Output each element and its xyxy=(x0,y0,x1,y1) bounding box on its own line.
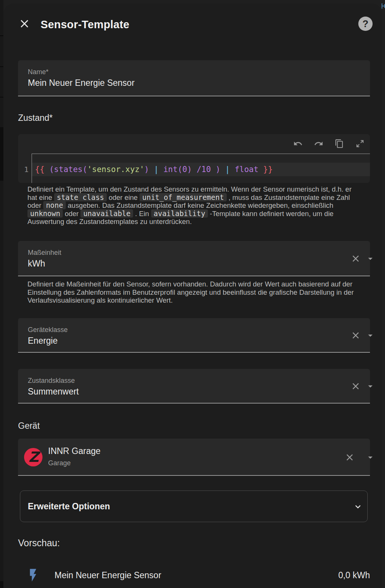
device-field[interactable]: Z INNR Garage Garage xyxy=(18,439,370,476)
background-dark-block xyxy=(0,127,3,181)
help-icon[interactable]: ? xyxy=(358,17,373,31)
device-heading: Gerät xyxy=(18,421,40,431)
preview-entity-name: Mein Neuer Energie Sensor xyxy=(55,570,161,580)
advanced-options-expander[interactable]: Erweiterte Optionen xyxy=(20,491,368,522)
background-dark-block xyxy=(0,581,3,588)
editor-body[interactable]: 1 {{ (states('sensor.xyz') | int(0) /10 … xyxy=(18,154,370,183)
undo-icon[interactable] xyxy=(293,139,303,148)
copy-icon[interactable] xyxy=(335,139,344,148)
state-class-value: Summenwert xyxy=(28,387,79,397)
unit-field[interactable]: Maßeinheit kWh xyxy=(18,241,370,276)
device-dropdown-icon[interactable] xyxy=(365,452,376,463)
background-divider xyxy=(0,66,3,67)
preview-row: Mein Neuer Energie Sensor 0,0 kWh xyxy=(18,565,370,585)
unit-help: Definiert die Maßeinheit für den Sensor,… xyxy=(27,280,355,305)
state-class-dropdown-icon[interactable] xyxy=(365,381,376,391)
state-heading: Zustand* xyxy=(18,113,53,123)
name-field[interactable]: Name* Mein Neuer Energie Sensor xyxy=(18,60,370,96)
state-class-clear-icon[interactable] xyxy=(350,381,361,391)
screen: t Sensor-Template ? Name* Mein Neuer Ene… xyxy=(0,0,385,588)
chevron-down-icon xyxy=(353,501,363,512)
background-app-edge: t xyxy=(0,0,3,588)
expand-icon[interactable] xyxy=(355,139,365,148)
device-name: INNR Garage xyxy=(48,446,100,456)
device-clear-icon[interactable] xyxy=(344,452,355,463)
device-class-value: Energie xyxy=(28,336,58,346)
preview-value: 0,0 kWh xyxy=(338,570,370,580)
unit-field-value: kWh xyxy=(28,259,45,269)
device-area: Garage xyxy=(48,459,71,467)
preview-heading: Vorschau: xyxy=(18,538,60,548)
state-template-code[interactable]: {{ (states('sensor.xyz') | int(0) /10 ) … xyxy=(35,163,273,176)
innr-logo: Z xyxy=(24,448,42,466)
state-class-field[interactable]: Zustandsklasse Summenwert xyxy=(18,369,370,404)
close-icon[interactable] xyxy=(18,17,31,30)
device-class-dropdown-icon[interactable] xyxy=(365,330,376,341)
flash-icon xyxy=(26,567,41,583)
state-class-label: Zustandsklasse xyxy=(28,377,75,385)
device-class-clear-icon[interactable] xyxy=(350,330,361,341)
dialog-header: Sensor-Template ? xyxy=(3,3,382,45)
sensor-template-dialog: Sensor-Template ? Name* Mein Neuer Energ… xyxy=(3,3,382,588)
unit-dropdown-icon[interactable] xyxy=(365,253,376,264)
state-template-help: Definiert ein Template, um den Zustand d… xyxy=(27,185,355,226)
editor-top-border xyxy=(32,154,370,154)
editor-toolbar xyxy=(293,139,365,149)
device-class-label: Geräteklasse xyxy=(28,326,68,334)
device-class-field[interactable]: Geräteklasse Energie xyxy=(18,318,370,353)
unit-clear-icon[interactable] xyxy=(350,253,361,264)
advanced-options-label: Erweiterte Optionen xyxy=(28,501,110,512)
name-field-value: Mein Neuer Energie Sensor xyxy=(28,78,135,88)
editor-line-number: 1 xyxy=(18,163,29,176)
background-divider xyxy=(0,97,3,97)
redo-icon[interactable] xyxy=(314,139,323,148)
name-field-label: Name* xyxy=(28,68,49,76)
unit-field-label: Maßeinheit xyxy=(28,249,61,257)
background-divider xyxy=(0,35,3,36)
state-template-editor[interactable]: 1 {{ (states('sensor.xyz') | int(0) /10 … xyxy=(18,134,370,183)
dialog-title: Sensor-Template xyxy=(41,18,129,31)
